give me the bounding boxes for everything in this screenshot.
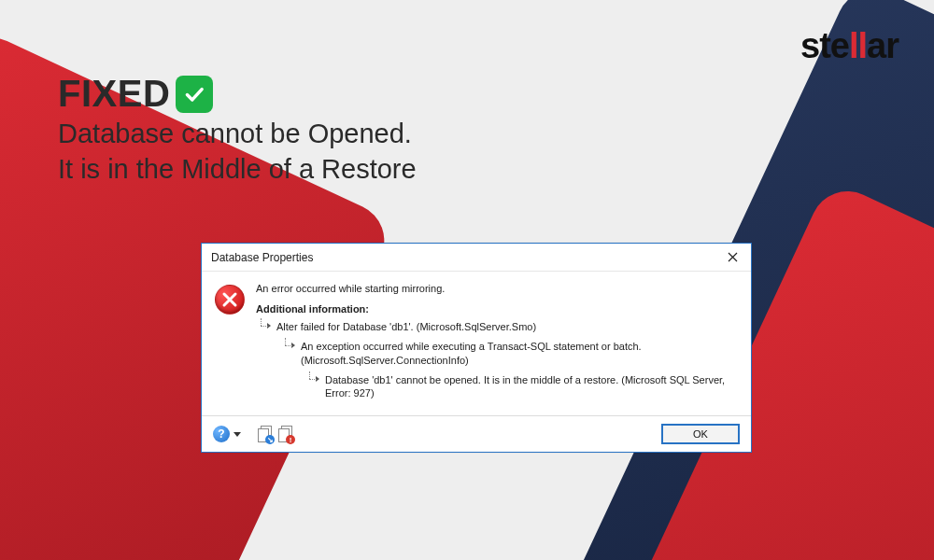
close-icon xyxy=(728,252,738,262)
dialog-footer: ? ↘ ! OK xyxy=(202,415,751,452)
dialog-title: Database Properties xyxy=(211,251,313,264)
logo-text-pre: ste xyxy=(800,26,849,65)
tree-arrow-icon xyxy=(284,341,297,352)
copy-badge-icon: ↘ xyxy=(265,435,275,444)
dialog-titlebar: Database Properties xyxy=(202,244,751,272)
error-main-message: An error occurred while starting mirrori… xyxy=(256,283,738,294)
additional-info-heading: Additional information: xyxy=(256,303,738,315)
logo-text-post: ar xyxy=(867,26,899,65)
details-badge-icon: ! xyxy=(286,435,295,444)
error-tree-item: An exception occurred while executing a … xyxy=(256,340,738,368)
logo-text-accent: ll xyxy=(849,26,867,65)
tree-arrow-icon xyxy=(308,374,321,385)
error-tree-item: Database 'db1' cannot be opened. It is i… xyxy=(256,373,738,401)
error-icon xyxy=(215,285,245,315)
close-button[interactable] xyxy=(721,248,743,267)
show-details-button[interactable]: ! xyxy=(278,426,293,442)
error-tree-item: Alter failed for Database 'db1'. (Micros… xyxy=(256,320,738,334)
copy-details-button[interactable]: ↘ xyxy=(258,426,273,442)
error-dialog: Database Properties An error occurred wh… xyxy=(201,243,752,453)
dialog-body: An error occurred while starting mirrori… xyxy=(202,272,751,415)
error-tree-text-2: An exception occurred while executing a … xyxy=(301,340,738,368)
error-tree-text-3: Database 'db1' cannot be opened. It is i… xyxy=(325,373,738,401)
page-heading: FIXED Database cannot be Opened. It is i… xyxy=(58,73,417,187)
help-icon[interactable]: ? xyxy=(213,426,230,442)
fixed-label: FIXED xyxy=(58,73,170,115)
help-dropdown-icon[interactable] xyxy=(234,432,241,437)
brand-logo: stellar xyxy=(800,26,899,66)
checkmark-icon xyxy=(176,76,213,113)
error-tree-text-1: Alter failed for Database 'db1'. (Micros… xyxy=(276,320,536,334)
subheading-line1: Database cannot be Opened. xyxy=(58,117,417,150)
subheading-line2: It is in the Middle of a Restore xyxy=(58,152,417,186)
tree-arrow-icon xyxy=(260,321,273,332)
ok-button[interactable]: OK xyxy=(661,424,740,444)
